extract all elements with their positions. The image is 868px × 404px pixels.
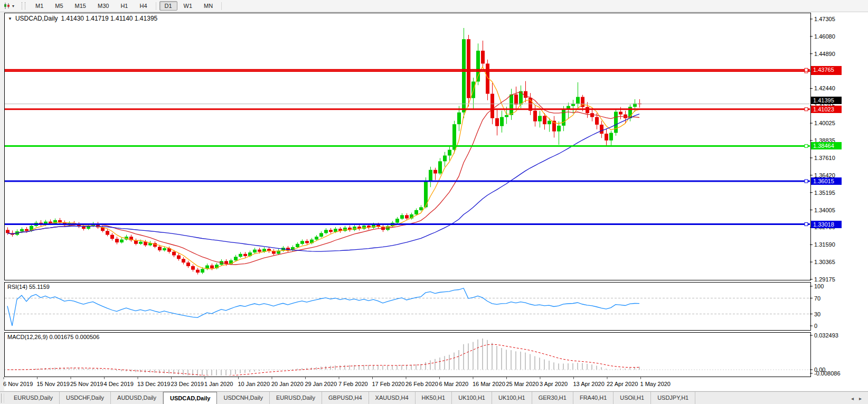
main-chart-pane[interactable] xyxy=(4,13,811,280)
chart-tab-bar: EURUSD,DailyUSDCHF,DailyAUDUSD,DailyUSDC… xyxy=(0,391,868,404)
chart-tab-uk100-h1[interactable]: UK100,H1 xyxy=(492,392,532,404)
chart-tab-eurusd-daily[interactable]: EURUSD,Daily xyxy=(270,392,322,404)
toolbar-grip[interactable] xyxy=(22,2,25,10)
tab-bar-grip xyxy=(1,393,4,403)
chart-tab-eurusd-daily[interactable]: EURUSD,Daily xyxy=(7,392,60,404)
hline-price-badge: 1.38464 xyxy=(811,142,842,149)
chart-tab-xauusd-h4[interactable]: XAUUSD,H4 xyxy=(369,392,416,404)
tabs-scroll-left-icon[interactable]: ◂ xyxy=(851,396,854,401)
chevron-down-icon[interactable]: ▼ xyxy=(8,16,12,21)
hline-price-badge: 1.41023 xyxy=(811,106,842,113)
chart-symbol-period: USDCAD,Daily xyxy=(15,15,58,22)
chart-tab-usoil-h1[interactable]: USOil,H1 xyxy=(614,392,651,404)
tab-scroll-controls: ◂ ▸ xyxy=(851,392,868,404)
macd-indicator-label: MACD(12,26,9) 0.001675 0.000506 xyxy=(7,334,99,340)
timeframe-buttons: M1M5M15M30H1H4D1W1MN xyxy=(30,1,224,11)
chevron-down-icon: ▾ xyxy=(12,4,14,8)
timeframe-button-m15[interactable]: M15 xyxy=(70,1,91,11)
chart-tab-usdchf-daily[interactable]: USDCHF,Daily xyxy=(60,392,111,404)
hline-price-badge: 1.33018 xyxy=(811,221,842,228)
chart-ohlc-values: 1.41430 1.41719 1.41140 1.41395 xyxy=(61,15,158,22)
chart-tab-ger30-h1[interactable]: GER30,H1 xyxy=(532,392,573,404)
macd-pane[interactable] xyxy=(4,332,811,377)
chart-tab-usdjpy-h1[interactable]: USDJPY,H1 xyxy=(651,392,695,404)
chart-tab-gbpusd-h4[interactable]: GBPUSD,H4 xyxy=(322,392,369,404)
hline-price-badge: 1.43765 xyxy=(811,66,842,73)
toolbar-separator xyxy=(156,2,156,10)
chart-tab-fra40-h1[interactable]: FRA40,H1 xyxy=(573,392,614,404)
timeframe-button-h4[interactable]: H4 xyxy=(134,1,152,11)
hline-price-badge: 1.36015 xyxy=(811,177,842,185)
chart-title: ▼ USDCAD,Daily 1.41430 1.41719 1.41140 1… xyxy=(8,15,157,22)
timeframe-button-h1[interactable]: H1 xyxy=(115,1,133,11)
chart-tab-usdcnh-daily[interactable]: USDCNH,Daily xyxy=(217,392,270,404)
chart-tab-usdcad-daily[interactable]: USDCAD,Daily xyxy=(163,392,217,404)
rsi-pane[interactable] xyxy=(4,282,811,331)
timeframe-button-w1[interactable]: W1 xyxy=(178,1,198,11)
current-price-badge: 1.41395 xyxy=(811,97,842,104)
timeframe-button-m5[interactable]: M5 xyxy=(50,1,68,11)
candlestick-chart-icon xyxy=(3,2,11,10)
toolbar: ▾ M1M5M15M30H1H4D1W1MN xyxy=(0,0,868,12)
rsi-indicator-label: RSI(14) 55.1159 xyxy=(7,284,50,290)
chart-tab-uk100-h1[interactable]: UK100,H1 xyxy=(452,392,492,404)
chart-tab-audusd-daily[interactable]: AUDUSD,Daily xyxy=(111,392,163,404)
timeframe-button-m1[interactable]: M1 xyxy=(30,1,49,11)
chart-type-button[interactable]: ▾ xyxy=(0,0,17,12)
timeframe-button-m30[interactable]: M30 xyxy=(92,1,114,11)
timeframe-button-d1[interactable]: D1 xyxy=(159,1,177,11)
timeframe-button-mn[interactable]: MN xyxy=(199,1,218,11)
toolbar-separator xyxy=(221,2,222,10)
tabs-scroll-right-icon[interactable]: ▸ xyxy=(859,396,862,401)
chart-tab-hk50-h1[interactable]: HK50,H1 xyxy=(416,392,452,404)
chart-tabs: EURUSD,DailyUSDCHF,DailyAUDUSD,DailyUSDC… xyxy=(7,392,695,404)
